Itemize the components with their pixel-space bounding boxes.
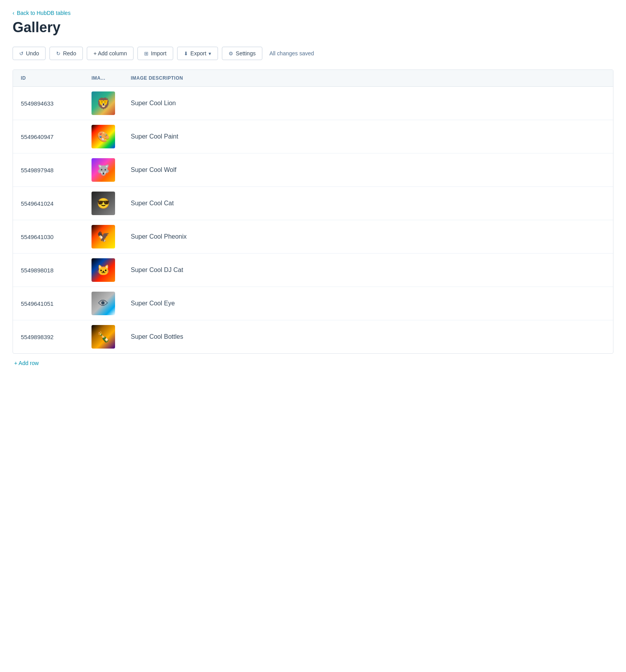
image-cell (84, 187, 123, 220)
export-icon: ⬇ (184, 51, 188, 57)
description-cell: Super Cool Wolf (123, 153, 613, 187)
id-cell: 5549898018 (13, 254, 84, 287)
description-cell: Super Cool DJ Cat (123, 254, 613, 287)
table-row: 5549894633Super Cool Lion (13, 87, 613, 120)
column-header-image: IMA... (84, 70, 123, 87)
toolbar: ↺ Undo ↻ Redo + Add column ⊞ Import ⬇ Ex… (13, 47, 613, 60)
description-cell: Super Cool Eye (123, 287, 613, 320)
image-cell (84, 153, 123, 187)
id-cell: 5549897948 (13, 153, 84, 187)
column-header-description: IMAGE DESCRIPTION (123, 70, 613, 87)
redo-icon: ↻ (56, 51, 60, 57)
image-cell (84, 220, 123, 254)
table-row: 5549641051Super Cool Eye (13, 287, 613, 320)
description-cell: Super Cool Bottles (123, 320, 613, 354)
undo-button[interactable]: ↺ Undo (13, 47, 46, 60)
bottles-thumb (92, 325, 115, 349)
image-cell (84, 320, 123, 354)
export-button[interactable]: ⬇ Export ▾ (177, 47, 218, 60)
id-cell: 5549898392 (13, 320, 84, 354)
table-row: 5549641030Super Cool Pheonix (13, 220, 613, 254)
import-icon: ⊞ (144, 51, 148, 57)
back-link[interactable]: ‹ Back to HubDB tables (13, 10, 71, 16)
description-cell: Super Cool Lion (123, 87, 613, 120)
table-row: 5549640947Super Cool Paint (13, 120, 613, 153)
image-cell (84, 287, 123, 320)
cat-thumb (92, 192, 115, 215)
table-row: 5549898018Super Cool DJ Cat (13, 254, 613, 287)
add-row-label: + Add row (14, 360, 39, 366)
page-title: Gallery (13, 19, 613, 36)
eye-thumb (92, 292, 115, 315)
add-column-button[interactable]: + Add column (87, 47, 134, 60)
phoenix-thumb (92, 225, 115, 248)
description-cell: Super Cool Pheonix (123, 220, 613, 254)
settings-icon: ⚙ (229, 51, 233, 57)
id-cell: 5549640947 (13, 120, 84, 153)
table-row: 5549897948Super Cool Wolf (13, 153, 613, 187)
import-button[interactable]: ⊞ Import (137, 47, 173, 60)
table-row: 5549641024Super Cool Cat (13, 187, 613, 220)
table-header-row: ID IMA... IMAGE DESCRIPTION (13, 70, 613, 87)
djcat-thumb (92, 258, 115, 282)
image-cell (84, 254, 123, 287)
chevron-left-icon: ‹ (13, 10, 15, 16)
id-cell: 5549894633 (13, 87, 84, 120)
table-container: ID IMA... IMAGE DESCRIPTION 5549894633Su… (13, 69, 613, 354)
save-status: All changes saved (269, 50, 314, 57)
description-cell: Super Cool Cat (123, 187, 613, 220)
id-cell: 5549641030 (13, 220, 84, 254)
back-link-label: Back to HubDB tables (17, 10, 71, 16)
table-row: 5549898392Super Cool Bottles (13, 320, 613, 354)
id-cell: 5549641024 (13, 187, 84, 220)
redo-button[interactable]: ↻ Redo (49, 47, 82, 60)
id-cell: 5549641051 (13, 287, 84, 320)
gallery-table: ID IMA... IMAGE DESCRIPTION 5549894633Su… (13, 70, 613, 353)
add-row-button[interactable]: + Add row (13, 354, 40, 368)
description-cell: Super Cool Paint (123, 120, 613, 153)
image-cell (84, 120, 123, 153)
export-dropdown-icon: ▾ (209, 51, 211, 57)
undo-icon: ↺ (19, 51, 24, 57)
settings-button[interactable]: ⚙ Settings (222, 47, 262, 60)
image-cell (84, 87, 123, 120)
paint-thumb (92, 125, 115, 148)
column-header-id: ID (13, 70, 84, 87)
wolf-thumb (92, 158, 115, 182)
lion-thumb (92, 91, 115, 115)
